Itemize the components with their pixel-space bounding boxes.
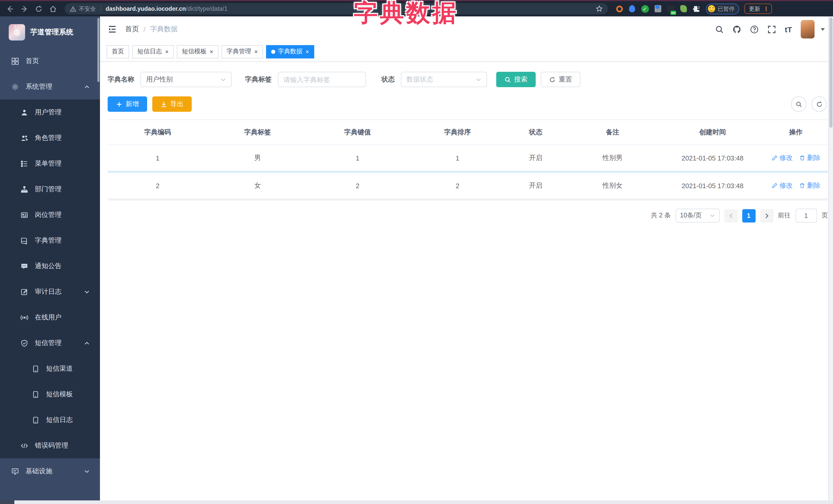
add-button[interactable]: 新增 — [108, 96, 147, 112]
sidebar: 芋道管理系统 首页 系统管理 — [0, 17, 100, 500]
window-scrollbar-thumb[interactable] — [829, 18, 832, 128]
sidebar-item-role-mgmt[interactable]: 角色管理 — [0, 125, 100, 151]
sidebar-item-sms-mgmt[interactable]: 短信管理 — [0, 330, 100, 356]
tab-home[interactable]: 首页 — [106, 45, 129, 58]
sidebar-item-home[interactable]: 首页 — [0, 48, 100, 74]
address-bar[interactable]: 不安全 dashboard.yudao.iocoder.cn /dict/typ… — [65, 3, 608, 14]
breadcrumb-current: 字典数据 — [150, 25, 178, 34]
extension-green-check-icon[interactable]: ✓ — [641, 5, 649, 13]
sidebar-item-error-code-mgmt[interactable]: 错误码管理 — [0, 433, 100, 458]
filter-form: 字典名称 用户性别 字典标签 状态 数据状态 — [108, 72, 833, 87]
close-icon[interactable]: × — [306, 48, 309, 55]
header-search-icon[interactable] — [715, 25, 724, 33]
tab-dict-data[interactable]: 字典数据 × — [266, 45, 314, 58]
brand[interactable]: 芋道管理系统 — [0, 17, 100, 48]
sidebar-item-sms-channel[interactable]: 短信渠道 — [0, 356, 100, 381]
tab-sms-template[interactable]: 短信模板 × — [177, 45, 218, 58]
sidebar-item-notice[interactable]: 通知公告 — [0, 253, 100, 279]
sidebar-scrollbar-thumb[interactable] — [97, 18, 99, 82]
close-icon[interactable]: × — [165, 48, 169, 55]
delete-link[interactable]: 删除 — [799, 181, 820, 190]
sidebar-item-system-mgmt[interactable]: 系统管理 — [0, 74, 100, 99]
show-search-circle-button[interactable] — [791, 96, 806, 112]
sidebar-item-audit-log[interactable]: 审计日志 — [0, 279, 100, 305]
search-button[interactable]: 搜索 — [496, 72, 536, 87]
edit-link[interactable]: 修改 — [771, 181, 793, 190]
breadcrumb: 首页 / 字典数据 — [125, 25, 178, 34]
sidebar-item-online-users[interactable]: 在线用户 — [0, 305, 100, 330]
postcard-icon — [21, 211, 28, 219]
bookmark-star-icon[interactable] — [596, 5, 603, 12]
user-avatar[interactable] — [801, 20, 814, 39]
not-secure-warning-icon — [70, 5, 76, 12]
github-icon[interactable] — [733, 25, 741, 33]
browser-update-button[interactable]: 更新 ⋮ — [744, 4, 772, 14]
col-header-sort: 字典排序 — [407, 128, 507, 137]
sidebar-item-sms-template[interactable]: 短信模板 — [0, 381, 100, 407]
close-icon[interactable]: × — [254, 48, 258, 55]
tags-view-bar: 首页 短信日志 × 短信模板 × 字典管理 × 字典数据 × — [100, 42, 833, 62]
search-icon — [504, 76, 511, 83]
sidebar-item-menu-mgmt[interactable]: 菜单管理 — [0, 151, 100, 176]
extension-blue-icon[interactable] — [628, 5, 636, 13]
sidebar-item-user-mgmt[interactable]: 用户管理 — [0, 99, 100, 125]
status-select[interactable]: 数据状态 — [401, 72, 487, 87]
sidebar-item-dept-mgmt[interactable]: 部门管理 — [0, 176, 100, 202]
pagination-total: 共 2 条 — [651, 211, 671, 220]
extensions-puzzle-icon[interactable] — [692, 5, 700, 13]
status-text: 开启 — [507, 181, 564, 190]
help-question-icon[interactable] — [750, 25, 759, 33]
extension-gray-icon[interactable] — [653, 5, 662, 13]
refresh-circle-button[interactable] — [811, 96, 827, 112]
horizontal-scrollbar-track[interactable] — [0, 500, 833, 504]
message-bubble-icon — [21, 262, 28, 270]
next-page-button[interactable] — [760, 209, 773, 222]
sidebar-item-infrastructure[interactable]: 基础设施 — [0, 458, 100, 484]
avatar-caret-down-icon[interactable] — [820, 27, 825, 32]
close-icon[interactable]: × — [210, 48, 213, 55]
sidebar-item-post-mgmt[interactable]: 岗位管理 — [0, 202, 100, 227]
export-button[interactable]: 导出 — [152, 96, 192, 112]
home-icon[interactable] — [49, 4, 57, 13]
annotation-title: 字典数据 — [354, 0, 458, 29]
text-size-icon[interactable]: tT — [785, 25, 792, 33]
reload-icon[interactable] — [34, 4, 43, 13]
dict-name-select[interactable]: 用户性别 — [140, 72, 232, 87]
pagination: 共 2 条 10条/页 1 前往 页 — [108, 209, 828, 222]
brand-logo-avatar — [9, 24, 25, 41]
delete-link[interactable]: 删除 — [799, 153, 820, 163]
chrome-menu-kebab-icon[interactable]: ⋮ — [763, 6, 769, 11]
tab-dict-mgmt[interactable]: 字典管理 × — [221, 45, 263, 58]
col-header-created: 创建时间 — [661, 128, 764, 137]
tab-sms-log[interactable]: 短信日志 × — [132, 45, 174, 58]
search-icon — [795, 101, 802, 107]
page-size-select[interactable]: 10条/页 — [675, 209, 719, 222]
status-text: 开启 — [507, 153, 564, 163]
brand-title: 芋道管理系统 — [30, 28, 73, 37]
sidebar-collapse-icon[interactable] — [108, 25, 117, 34]
extension-green-leaf-icon[interactable] — [679, 5, 687, 13]
breadcrumb-home[interactable]: 首页 — [125, 25, 139, 34]
goto-page-input[interactable] — [795, 209, 817, 222]
shield-check-icon — [21, 339, 28, 347]
chevron-up-icon — [84, 340, 90, 346]
forward-icon[interactable] — [20, 4, 29, 13]
sidebar-item-sms-log[interactable]: 短信日志 — [0, 407, 100, 433]
prev-page-button[interactable] — [724, 209, 737, 222]
edit-link[interactable]: 修改 — [771, 153, 793, 163]
extension-orange-icon[interactable] — [615, 5, 623, 13]
dashboard-icon — [11, 57, 19, 65]
page-number-1[interactable]: 1 — [742, 209, 755, 222]
back-icon[interactable] — [6, 4, 14, 13]
reset-button[interactable]: 重置 — [541, 72, 580, 87]
sidebar-item-dict-mgmt[interactable]: 字典管理 — [0, 227, 100, 253]
fullscreen-icon[interactable] — [767, 25, 776, 33]
phone-icon — [32, 416, 40, 424]
dict-tag-input[interactable] — [278, 72, 366, 87]
window-scrollbar-track[interactable] — [828, 17, 833, 500]
plus-icon — [116, 101, 122, 107]
edit-pencil-icon — [771, 183, 777, 189]
dict-data-table: 字典编码 字典标签 字典键值 字典排序 状态 备注 创建时间 操作 1 男 1 … — [108, 119, 828, 200]
profile-paused-chip[interactable]: 已暂停 — [706, 3, 739, 14]
extension-on-badge-icon[interactable]: on — [666, 5, 674, 13]
